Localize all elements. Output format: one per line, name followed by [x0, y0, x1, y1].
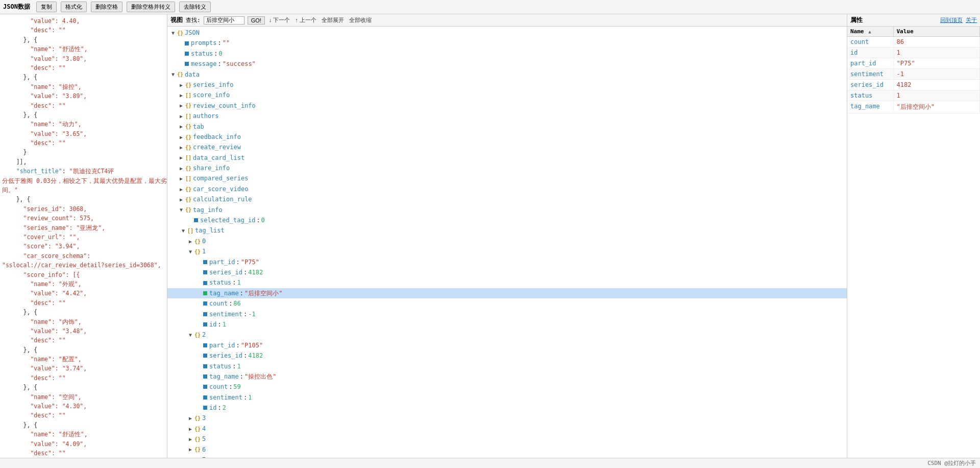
- about-button[interactable]: 关于: [966, 16, 977, 24]
- obj-icon: {}: [185, 81, 192, 89]
- left-panel: "value": 4.40, "desc": "" }, { "name": "…: [0, 14, 167, 458]
- tree-sentiment[interactable]: sentiment : -1: [167, 309, 847, 319]
- props-row: count86: [847, 37, 980, 48]
- props-value-cell: 4182: [893, 80, 980, 90]
- obj-icon: {}: [194, 237, 201, 246]
- arr-icon: []: [185, 112, 192, 121]
- tree-data-card-list[interactable]: ▶ [] data_card_list: [167, 153, 847, 163]
- expand-all-button[interactable]: 全部展开: [321, 16, 345, 25]
- tree-series-id-2[interactable]: series_id : 4182: [167, 350, 847, 361]
- tree-create-review[interactable]: ▶ {} create_review: [167, 142, 847, 152]
- tree-prompts[interactable]: prompts : "": [167, 38, 847, 48]
- tree-sentiment-2[interactable]: sentiment : 1: [167, 392, 847, 403]
- bullet-icon: [203, 322, 207, 326]
- arr-icon: []: [185, 153, 192, 162]
- tree-tag-1[interactable]: ▼ {} 1: [167, 246, 847, 256]
- tree-status-2[interactable]: status : 1: [167, 361, 847, 371]
- tree-data[interactable]: ▼ {} data: [167, 69, 847, 80]
- bullet-icon: [203, 301, 207, 306]
- bullet-icon: [185, 41, 189, 45]
- tree-tag-3[interactable]: ▶ {} 3: [167, 413, 847, 423]
- obj-icon: {}: [185, 122, 192, 131]
- props-title: 属性: [850, 16, 863, 25]
- tree-tag-2[interactable]: ▼ {} 2: [167, 330, 847, 340]
- tree-tag-5[interactable]: ▶ {} 5: [167, 434, 847, 444]
- tree-tag-0[interactable]: ▶ {} 0: [167, 236, 847, 246]
- obj-icon: {}: [194, 425, 201, 433]
- prev-button[interactable]: ↑ 上一个: [294, 16, 317, 25]
- bullet-icon: [203, 260, 207, 264]
- props-name-cell: count: [847, 37, 893, 48]
- bullet-icon: [203, 385, 207, 389]
- search-label: 查找:: [186, 16, 201, 24]
- props-name-cell: id: [847, 48, 893, 58]
- tree-tag-4[interactable]: ▶ {} 4: [167, 424, 847, 434]
- arr-icon: []: [187, 226, 194, 235]
- tree-review-count-info[interactable]: ▶ {} review_count_info: [167, 101, 847, 111]
- tree-share-info[interactable]: ▶ {} share_info: [167, 163, 847, 173]
- tree-count-2[interactable]: count : 59: [167, 382, 847, 392]
- obj-icon: {}: [194, 247, 201, 256]
- remove-spaces-button[interactable]: 删除空格: [91, 2, 122, 12]
- tree-feedback-info[interactable]: ▶ {} feedback_info: [167, 132, 847, 142]
- tree-series-info[interactable]: ▶ {} series_info: [167, 80, 847, 90]
- bullet-icon: [185, 52, 189, 56]
- tree-tag-name[interactable]: tag_name : "后排空间小": [167, 288, 847, 298]
- collapse-all-button[interactable]: 全部收缩: [348, 16, 373, 25]
- obj-icon: {}: [194, 445, 201, 454]
- tree-count[interactable]: count : 86: [167, 298, 847, 309]
- obj-icon: {}: [185, 101, 192, 110]
- tree-tab[interactable]: ▶ {} tab: [167, 122, 847, 132]
- props-row: status1: [847, 90, 980, 101]
- tree-tag-list[interactable]: ▼ [] tag_list: [167, 225, 847, 236]
- bullet-icon: [203, 354, 207, 358]
- tree-root[interactable]: ▼ {} JSON: [167, 28, 847, 38]
- tree-authors[interactable]: ▶ [] authors: [167, 111, 847, 121]
- bullet-icon: [203, 375, 207, 379]
- props-value-cell: -1: [893, 69, 980, 80]
- tree-status-root[interactable]: status : 0: [167, 49, 847, 59]
- back-to-top-button[interactable]: 回到顶页: [940, 16, 963, 24]
- unescape-button[interactable]: 去除转义: [179, 2, 211, 12]
- tree-status-1[interactable]: status : 1: [167, 277, 847, 288]
- toggle-icon[interactable]: ▼: [169, 29, 177, 37]
- tree-message[interactable]: message : "success": [167, 59, 847, 69]
- bullet-icon: [203, 395, 207, 400]
- format-button[interactable]: 格式化: [61, 2, 87, 12]
- go-button[interactable]: GO!: [248, 16, 265, 25]
- tree-part-id[interactable]: part_id : "P75": [167, 257, 847, 267]
- bullet-icon: [185, 62, 189, 66]
- tree-score-info[interactable]: ▶ [] score_info: [167, 90, 847, 100]
- tree-car-score-video[interactable]: ▶ {} car_score_video: [167, 184, 847, 194]
- next-button[interactable]: ↓ 下一个: [268, 16, 291, 25]
- toggle-icon[interactable]: ▼: [169, 70, 177, 79]
- tree-id-2[interactable]: id : 2: [167, 403, 847, 413]
- props-value-cell: 1: [893, 90, 980, 101]
- tree-series-id[interactable]: series_id : 4182: [167, 267, 847, 277]
- props-value-cell: "后排空间小": [893, 101, 980, 113]
- search-input[interactable]: [204, 16, 244, 25]
- bullet-icon: [203, 312, 207, 316]
- bullet-icon: [203, 406, 207, 410]
- tree-part-id-2[interactable]: part_id : "P105": [167, 340, 847, 350]
- obj-icon: {}: [185, 205, 192, 214]
- props-content: Name ▲ Value count86id1part_id"P75"senti…: [847, 27, 980, 458]
- bullet-icon: [203, 364, 207, 368]
- main-toolbar: JSON数据 复制 格式化 删除空格 删除空格并转义 去除转义: [0, 0, 980, 14]
- obj-icon: {}: [194, 331, 201, 339]
- col-name-header: Name ▲: [847, 27, 893, 37]
- tree-tag-name-2[interactable]: tag_name : "操控出色": [167, 371, 847, 382]
- status-bar: CSDN @拉灯的小手: [0, 458, 980, 468]
- copy-button[interactable]: 复制: [36, 2, 57, 12]
- tree-selected-tag-id[interactable]: selected_tag_id : 0: [167, 215, 847, 225]
- tree-tag-info[interactable]: ▼ {} tag_info: [167, 205, 847, 215]
- props-value-cell: "P75": [893, 58, 980, 69]
- tree-id[interactable]: id : 1: [167, 319, 847, 330]
- props-row: part_id"P75": [847, 58, 980, 69]
- tree-compared-series[interactable]: ▶ [] compared_series: [167, 173, 847, 183]
- tree-calculation-rule[interactable]: ▶ {} calculation_rule: [167, 194, 847, 204]
- remove-spaces-merge-button[interactable]: 删除空格并转义: [127, 2, 175, 12]
- tree-tag-6[interactable]: ▶ {} 6: [167, 444, 847, 455]
- props-name-cell: part_id: [847, 58, 893, 69]
- bullet-green-icon: [203, 291, 207, 295]
